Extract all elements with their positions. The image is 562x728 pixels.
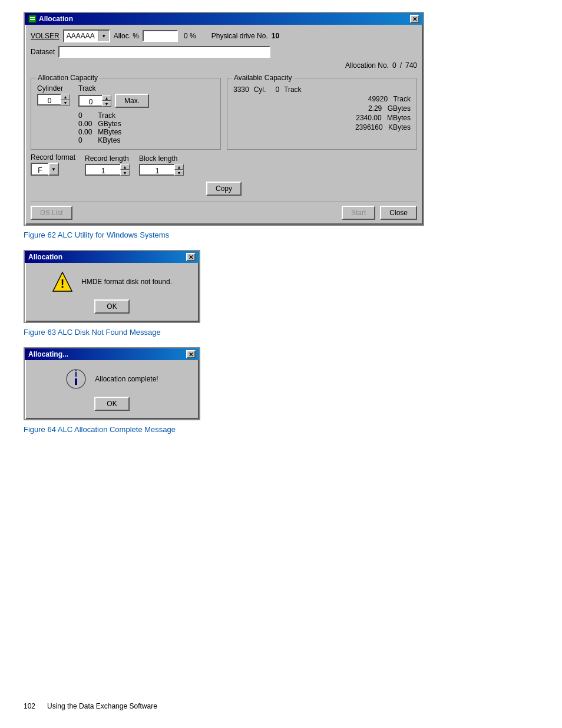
track-count: 0 bbox=[78, 111, 92, 120]
copy-button[interactable]: Copy bbox=[206, 182, 242, 196]
allocating-content: i Allocation complete! bbox=[65, 368, 158, 390]
avail-mbytes-unit: MBytes bbox=[387, 114, 411, 122]
block-length-value: 1 bbox=[139, 164, 174, 176]
cylinder-up-btn[interactable]: ▲ bbox=[61, 94, 70, 100]
app-icon bbox=[28, 15, 37, 23]
volser-row: VOLSER AAAAAA ▼ Alloc. % 0 % Physical dr… bbox=[31, 29, 417, 42]
start-button[interactable]: Start bbox=[342, 206, 375, 220]
cylinder-down-btn[interactable]: ▼ bbox=[61, 100, 70, 106]
avail-kbytes-unit: KBytes bbox=[388, 123, 411, 131]
track-count-col: 0 0.00 0.00 0 bbox=[78, 111, 92, 144]
avail-cyl-row: 3330 Cyl. 0 Track bbox=[233, 85, 411, 94]
allocating-close-x-button[interactable]: ✕ bbox=[186, 350, 196, 358]
titlebar: Allocation ✕ bbox=[25, 13, 423, 25]
svg-rect-2 bbox=[30, 19, 35, 20]
avail-track-unit: Track bbox=[393, 95, 411, 103]
close-button[interactable]: Close bbox=[380, 206, 417, 220]
alloc-capacity-title: Allocation Capacity bbox=[36, 74, 100, 82]
alloc-no-value: 0 bbox=[392, 61, 396, 70]
allocating-ok-button[interactable]: OK bbox=[94, 397, 130, 411]
figure-64-caption: Figure 64 ALC Allocation Complete Messag… bbox=[24, 425, 538, 434]
gbytes-unit: GBytes bbox=[98, 120, 121, 128]
block-length-col: Block length 1 ▲ ▼ bbox=[139, 154, 184, 176]
block-length-down-btn[interactable]: ▼ bbox=[174, 170, 184, 176]
kbytes-unit: KBytes bbox=[98, 136, 121, 144]
max-button[interactable]: Max. bbox=[115, 94, 149, 108]
error-dialog-title: Allocation bbox=[28, 253, 62, 261]
allocation-dialog: Allocation ✕ VOLSER AAAAAA ▼ Alloc. % 0 … bbox=[24, 12, 424, 226]
avail-kbytes: 2396160 bbox=[355, 123, 383, 131]
alloc-pct-label: Alloc. % bbox=[114, 32, 139, 40]
capacity-section: Allocation Capacity Cylinder 0 ▲ ▼ bbox=[31, 73, 417, 150]
avail-track-value: 49920 bbox=[368, 95, 388, 103]
record-length-down-btn[interactable]: ▼ bbox=[120, 170, 130, 176]
allocating-dialog-title: Allocating... bbox=[28, 350, 68, 358]
record-length-spinner-btns: ▲ ▼ bbox=[120, 164, 130, 176]
volser-dropdown[interactable]: AAAAAA ▼ bbox=[63, 29, 110, 42]
svg-rect-7 bbox=[75, 378, 77, 385]
record-length-spinner[interactable]: 1 ▲ ▼ bbox=[85, 164, 130, 176]
record-format-arrow[interactable]: ▼ bbox=[48, 163, 59, 176]
allocating-dialog: Allocating... ✕ i Allocation complete! O… bbox=[24, 347, 200, 420]
record-length-label: Record length bbox=[85, 154, 130, 163]
track-up-btn[interactable]: ▲ bbox=[102, 95, 111, 101]
track-value: 0 bbox=[78, 95, 102, 107]
avail-capacity-content: 3330 Cyl. 0 Track 49920 Track 2.29 GByte… bbox=[233, 85, 411, 131]
avail-kbytes-row: 2396160 KBytes bbox=[233, 123, 411, 131]
avail-cyl-value: 0 bbox=[275, 85, 279, 94]
track-spinner[interactable]: 0 ▲ ▼ bbox=[78, 95, 111, 107]
avail-cyl-unit: Cyl. bbox=[254, 85, 266, 94]
block-length-up-btn[interactable]: ▲ bbox=[174, 164, 184, 170]
cylinder-spinner[interactable]: 0 ▲ ▼ bbox=[37, 94, 70, 106]
alloc-no-row: Allocation No. 0 / 740 bbox=[31, 61, 417, 70]
block-length-spinner-btns: ▲ ▼ bbox=[174, 164, 184, 176]
error-content: ! HMDE format disk not found. bbox=[52, 271, 172, 292]
record-format-value: F bbox=[31, 163, 48, 176]
avail-track-row: 49920 Track bbox=[233, 95, 411, 103]
record-length-up-btn[interactable]: ▲ bbox=[120, 164, 130, 170]
track-spinner-row: 0 ▲ ▼ Max. bbox=[78, 94, 149, 108]
error-close-x-button[interactable]: ✕ bbox=[186, 253, 196, 261]
error-ok-button[interactable]: OK bbox=[94, 299, 130, 314]
dataset-label: Dataset bbox=[31, 48, 55, 56]
avail-capacity-title: Available Capacity bbox=[232, 74, 294, 82]
record-length-col: Record length 1 ▲ ▼ bbox=[85, 154, 130, 176]
close-x-button[interactable]: ✕ bbox=[410, 15, 419, 23]
alloc-capacity-group: Allocation Capacity Cylinder 0 ▲ ▼ bbox=[31, 78, 221, 150]
alloc-pct-value: 0 % bbox=[184, 32, 196, 40]
error-dialog-body: ! HMDE format disk not found. OK bbox=[25, 263, 199, 322]
warning-icon: ! bbox=[52, 271, 73, 292]
avail-gbytes-row: 2.29 GBytes bbox=[233, 104, 411, 113]
alloc-pct-input[interactable] bbox=[143, 30, 178, 42]
allocating-titlebar: Allocating... ✕ bbox=[25, 348, 199, 360]
dropdown-arrow-icon[interactable]: ▼ bbox=[98, 31, 109, 41]
figure-62-caption: Figure 62 ALC Utility for Windows System… bbox=[24, 230, 538, 239]
error-titlebar-title: Allocation bbox=[28, 253, 62, 261]
figure-63: Allocation ✕ ! HMDE format disk not foun… bbox=[24, 250, 538, 337]
allocating-dialog-body: i Allocation complete! OK bbox=[25, 360, 199, 419]
error-titlebar: Allocation ✕ bbox=[25, 251, 199, 263]
record-format-select[interactable]: F ▼ bbox=[31, 163, 75, 176]
track-down-btn[interactable]: ▼ bbox=[102, 101, 111, 107]
copy-button-row: Copy bbox=[31, 182, 417, 196]
cylinder-spinner-buttons: ▲ ▼ bbox=[61, 94, 70, 106]
cylinder-value: 0 bbox=[37, 94, 61, 106]
svg-text:!: ! bbox=[61, 277, 65, 290]
kbytes-val: 0 bbox=[78, 136, 92, 144]
record-row: Record format F ▼ Record length 1 ▲ ▼ bbox=[31, 153, 417, 176]
page-footer: 102 Using the Data Exchange Software bbox=[24, 702, 157, 710]
mbytes-unit: MBytes bbox=[98, 128, 121, 136]
dataset-input[interactable] bbox=[58, 46, 270, 58]
dataset-row: Dataset bbox=[31, 46, 417, 58]
block-length-spinner[interactable]: 1 ▲ ▼ bbox=[139, 164, 184, 176]
track-info: 0 0.00 0.00 0 Track GBytes MBytes bbox=[78, 111, 149, 144]
info-icon: i bbox=[65, 368, 87, 390]
mbytes-val: 0.00 bbox=[78, 128, 92, 136]
error-message: HMDE format disk not found. bbox=[81, 278, 172, 286]
svg-text:i: i bbox=[75, 369, 77, 378]
ds-list-button[interactable]: DS List bbox=[31, 206, 72, 220]
figure-62: Allocation ✕ VOLSER AAAAAA ▼ Alloc. % 0 … bbox=[24, 12, 538, 239]
physical-drive-label: Physical drive No. bbox=[211, 32, 268, 40]
track-col: Track 0 ▲ ▼ bbox=[78, 84, 149, 144]
record-length-value: 1 bbox=[85, 164, 120, 176]
